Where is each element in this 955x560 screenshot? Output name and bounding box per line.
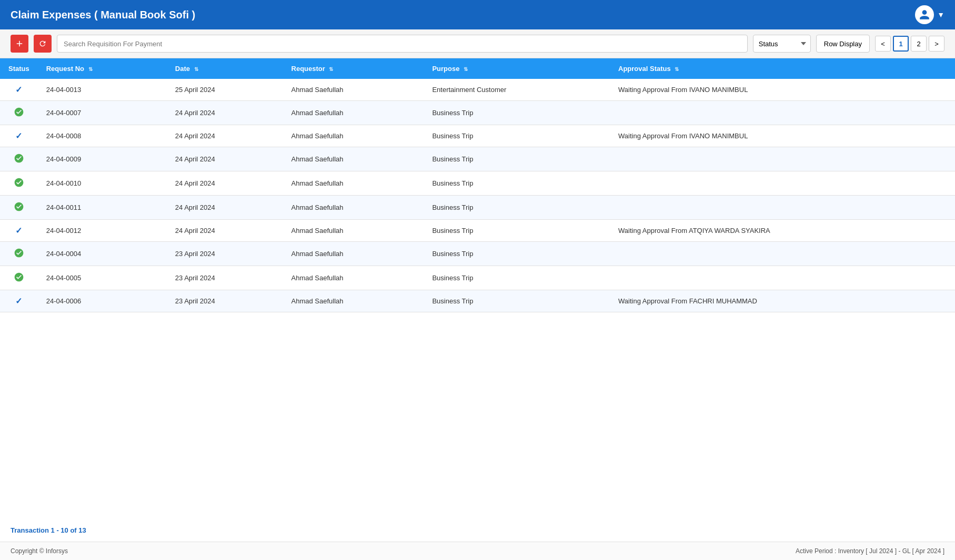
search-input[interactable]: [57, 35, 748, 53]
page-2-button[interactable]: 2: [911, 36, 927, 52]
sort-arrows-request-no: ⇅: [88, 66, 93, 72]
table-row[interactable]: ✓24-04-000824 April 2024Ahmad SaefullahB…: [0, 125, 955, 147]
page-title: Claim Expenses ( Manual Book Sofi ): [11, 9, 195, 21]
status-cell: [0, 196, 38, 220]
row-display-button[interactable]: Row Display: [816, 35, 870, 53]
cell-purpose: Business Trip: [424, 266, 610, 290]
avatar: [915, 5, 934, 24]
table-row[interactable]: 24-04-000724 April 2024Ahmad SaefullahBu…: [0, 101, 955, 125]
cell-requestor: Ahmad Saefullah: [283, 242, 424, 266]
circle-check-icon: [14, 107, 24, 117]
cell-request-no: 24-04-0007: [38, 101, 167, 125]
cell-approval-status: Waiting Approval From FACHRI MUHAMMAD: [610, 290, 955, 312]
sort-arrows-requestor: ⇅: [329, 66, 333, 72]
cell-request-no: 24-04-0010: [38, 171, 167, 196]
cell-date: 24 April 2024: [167, 101, 283, 125]
sort-arrows-purpose: ⇅: [464, 66, 468, 72]
status-cell: [0, 266, 38, 290]
status-cell: [0, 171, 38, 196]
cell-request-no: 24-04-0004: [38, 242, 167, 266]
cell-purpose: Business Trip: [424, 147, 610, 171]
transaction-summary: Transaction 1 - 10 of 13: [0, 519, 955, 542]
circle-check-icon: [14, 201, 24, 212]
cell-purpose: Business Trip: [424, 196, 610, 220]
check-icon: ✓: [15, 85, 22, 94]
table-row[interactable]: ✓24-04-000623 April 2024Ahmad SaefullahB…: [0, 290, 955, 312]
cell-purpose: Business Trip: [424, 220, 610, 242]
cell-requestor: Ahmad Saefullah: [283, 266, 424, 290]
cell-requestor: Ahmad Saefullah: [283, 290, 424, 312]
circle-check-icon: [14, 248, 24, 258]
col-approval-status[interactable]: Approval Status ⇅: [610, 58, 955, 79]
cell-purpose: Entertainment Customer: [424, 79, 610, 101]
cell-date: 24 April 2024: [167, 125, 283, 147]
table-row[interactable]: 24-04-000924 April 2024Ahmad SaefullahBu…: [0, 147, 955, 171]
cell-requestor: Ahmad Saefullah: [283, 125, 424, 147]
add-button[interactable]: [11, 35, 28, 53]
table-container: Status Request No ⇅ Date ⇅ Requestor ⇅ P…: [0, 58, 955, 519]
cell-date: 24 April 2024: [167, 147, 283, 171]
cell-requestor: Ahmad Saefullah: [283, 171, 424, 196]
cell-request-no: 24-04-0008: [38, 125, 167, 147]
col-request-no[interactable]: Request No ⇅: [38, 58, 167, 79]
cell-request-no: 24-04-0005: [38, 266, 167, 290]
table-row[interactable]: 24-04-000423 April 2024Ahmad SaefullahBu…: [0, 242, 955, 266]
col-purpose[interactable]: Purpose ⇅: [424, 58, 610, 79]
cell-purpose: Business Trip: [424, 290, 610, 312]
status-select[interactable]: Status All Pending Approved Rejected: [753, 35, 811, 53]
cell-approval-status: [610, 266, 955, 290]
cell-requestor: Ahmad Saefullah: [283, 196, 424, 220]
cell-date: 23 April 2024: [167, 290, 283, 312]
col-requestor[interactable]: Requestor ⇅: [283, 58, 424, 79]
table-row[interactable]: ✓24-04-001224 April 2024Ahmad SaefullahB…: [0, 220, 955, 242]
cell-approval-status: [610, 196, 955, 220]
cell-purpose: Business Trip: [424, 125, 610, 147]
cell-request-no: 24-04-0009: [38, 147, 167, 171]
status-cell: ✓: [0, 220, 38, 242]
status-cell: [0, 101, 38, 125]
user-menu[interactable]: ▼: [915, 5, 944, 24]
check-icon: ✓: [15, 131, 22, 140]
col-date[interactable]: Date ⇅: [167, 58, 283, 79]
page-1-button[interactable]: 1: [893, 36, 909, 52]
check-icon: ✓: [15, 297, 22, 306]
circle-check-icon: [14, 153, 24, 164]
next-page-button[interactable]: >: [929, 36, 944, 52]
footer-bar: Copyright © Inforsys Active Period : Inv…: [0, 542, 955, 560]
cell-purpose: Business Trip: [424, 171, 610, 196]
refresh-button[interactable]: [34, 35, 52, 53]
table-row[interactable]: 24-04-001124 April 2024Ahmad SaefullahBu…: [0, 196, 955, 220]
toolbar: Status All Pending Approved Rejected Row…: [0, 29, 955, 58]
cell-approval-status: [610, 171, 955, 196]
active-period: Active Period : Inventory [ Jul 2024 ] -…: [796, 547, 944, 555]
status-cell: ✓: [0, 125, 38, 147]
col-status: Status: [0, 58, 38, 79]
status-cell: ✓: [0, 79, 38, 101]
cell-date: 24 April 2024: [167, 196, 283, 220]
prev-page-button[interactable]: <: [875, 36, 891, 52]
cell-date: 23 April 2024: [167, 266, 283, 290]
status-cell: [0, 147, 38, 171]
header: Claim Expenses ( Manual Book Sofi ) ▼: [0, 0, 955, 29]
cell-date: 24 April 2024: [167, 171, 283, 196]
cell-requestor: Ahmad Saefullah: [283, 147, 424, 171]
check-icon: ✓: [15, 226, 22, 235]
table-row[interactable]: 24-04-000523 April 2024Ahmad SaefullahBu…: [0, 266, 955, 290]
cell-date: 25 April 2024: [167, 79, 283, 101]
cell-requestor: Ahmad Saefullah: [283, 101, 424, 125]
table-row[interactable]: ✓24-04-001325 April 2024Ahmad SaefullahE…: [0, 79, 955, 101]
cell-approval-status: [610, 242, 955, 266]
cell-purpose: Business Trip: [424, 242, 610, 266]
table-row[interactable]: 24-04-001024 April 2024Ahmad SaefullahBu…: [0, 171, 955, 196]
cell-date: 24 April 2024: [167, 220, 283, 242]
cell-request-no: 24-04-0013: [38, 79, 167, 101]
cell-requestor: Ahmad Saefullah: [283, 220, 424, 242]
expenses-table: Status Request No ⇅ Date ⇅ Requestor ⇅ P…: [0, 58, 955, 312]
cell-approval-status: Waiting Approval From IVANO MANIMBUL: [610, 79, 955, 101]
cell-request-no: 24-04-0006: [38, 290, 167, 312]
cell-approval-status: Waiting Approval From ATQIYA WARDA SYAKI…: [610, 220, 955, 242]
cell-approval-status: [610, 147, 955, 171]
cell-purpose: Business Trip: [424, 101, 610, 125]
cell-date: 23 April 2024: [167, 242, 283, 266]
circle-check-icon: [14, 272, 24, 282]
